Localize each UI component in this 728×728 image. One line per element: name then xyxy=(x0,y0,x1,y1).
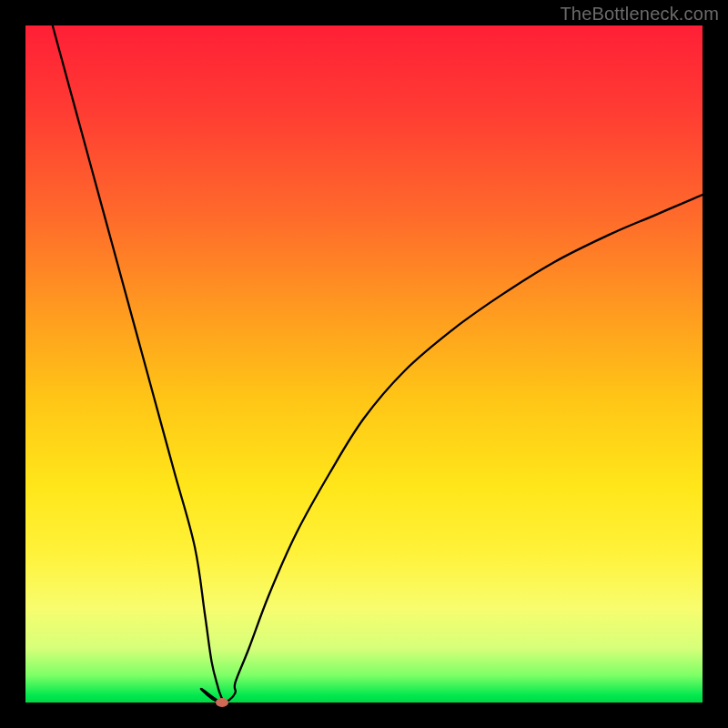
chart-frame: TheBottleneck.com xyxy=(0,0,728,728)
minimum-marker xyxy=(216,698,228,707)
plot-area xyxy=(25,25,703,703)
bottleneck-curve xyxy=(25,25,703,703)
watermark-text: TheBottleneck.com xyxy=(560,4,719,25)
curve-path xyxy=(53,25,703,703)
